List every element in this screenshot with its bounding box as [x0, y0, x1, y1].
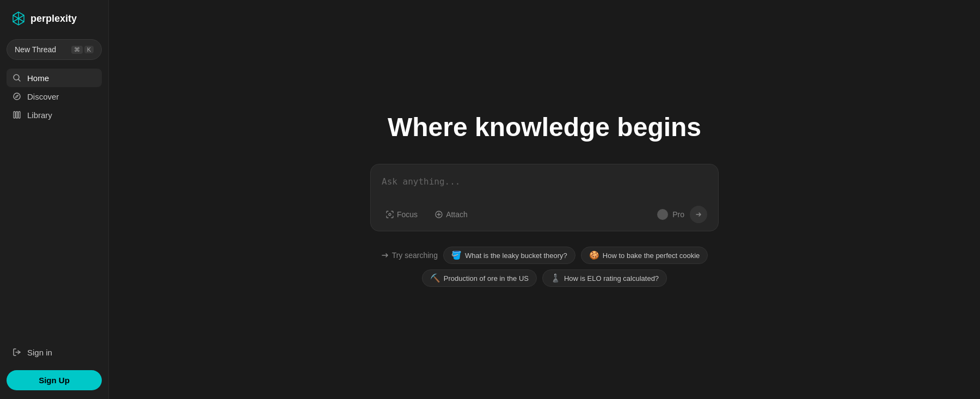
chip-text-0: What is the leaky bucket theory? [465, 251, 567, 260]
sidebar: perplexity New Thread ⌘ K Home [0, 0, 109, 399]
sidebar-item-home[interactable]: Home [7, 69, 102, 87]
search-toolbar: Focus Attach Pro [382, 206, 707, 223]
chip-emoji-1: 🍪 [589, 250, 599, 260]
svg-rect-2 [14, 112, 15, 118]
attach-label: Attach [446, 210, 468, 219]
main-content: Where knowledge begins Focus At [109, 0, 980, 399]
logo-text: perplexity [30, 13, 77, 24]
suggestions: Try searching 🪣 What is the leaky bucket… [381, 247, 708, 287]
chip-text-2: Production of ore in the US [444, 274, 529, 283]
perplexity-logo-icon [11, 11, 26, 26]
chip-text-1: How to bake the perfect cookie [603, 251, 700, 260]
focus-button[interactable]: Focus [382, 208, 422, 221]
sidebar-item-discover-label: Discover [27, 92, 59, 101]
attach-button[interactable]: Attach [431, 208, 472, 221]
chip-text-3: How is ELO rating calculated? [564, 274, 659, 283]
try-searching-icon [381, 251, 389, 259]
try-searching-text: Try searching [392, 251, 438, 260]
try-searching-label: Try searching [381, 251, 438, 260]
chip-emoji-2: ⛏️ [430, 273, 440, 283]
suggestion-chip-1[interactable]: 🍪 How to bake the perfect cookie [581, 247, 708, 264]
sidebar-item-home-label: Home [27, 73, 49, 83]
chip-emoji-0: 🪣 [451, 250, 462, 260]
new-thread-button[interactable]: New Thread ⌘ K [7, 39, 102, 60]
sidebar-nav: Home Discover Library [7, 69, 102, 124]
signup-button[interactable]: Sign Up [7, 370, 102, 390]
new-thread-label: New Thread [15, 45, 56, 54]
sign-in-icon [12, 347, 22, 357]
svg-point-1 [14, 93, 20, 100]
chip-emoji-3: ♟️ [550, 273, 561, 283]
pro-toggle[interactable]: Pro [657, 209, 684, 220]
toolbar-right: Pro [657, 206, 707, 223]
attach-icon [435, 211, 443, 218]
sidebar-item-library[interactable]: Library [7, 106, 102, 124]
search-input[interactable] [382, 175, 707, 197]
library-icon [12, 110, 22, 120]
sidebar-item-library-label: Library [27, 111, 52, 120]
new-thread-shortcut: ⌘ K [71, 46, 94, 54]
sign-in-button[interactable]: Sign in [7, 343, 102, 361]
shortcut-cmd: ⌘ [71, 46, 83, 54]
svg-point-5 [389, 213, 391, 216]
suggestion-chip-3[interactable]: ♟️ How is ELO rating calculated? [542, 269, 667, 287]
toolbar-left: Focus Attach [382, 208, 472, 221]
suggestion-chip-2[interactable]: ⛏️ Production of ore in the US [422, 269, 537, 287]
search-icon [12, 73, 22, 83]
suggestion-chip-0[interactable]: 🪣 What is the leaky bucket theory? [443, 247, 575, 264]
logo: perplexity [7, 9, 102, 35]
arrow-right-icon [695, 211, 702, 218]
focus-label: Focus [397, 210, 418, 219]
pro-label: Pro [672, 210, 684, 219]
focus-icon [386, 211, 394, 218]
compass-icon [12, 91, 22, 101]
suggestions-row-1: Try searching 🪣 What is the leaky bucket… [381, 247, 708, 264]
svg-rect-3 [16, 112, 18, 118]
hero-title: Where knowledge begins [388, 112, 701, 142]
sign-in-label: Sign in [27, 348, 52, 357]
search-container: Focus Attach Pro [370, 164, 719, 231]
svg-rect-4 [19, 112, 20, 118]
suggestions-row-2: ⛏️ Production of ore in the US ♟️ How is… [422, 269, 667, 287]
shortcut-k: K [84, 46, 94, 53]
toggle-circle [657, 209, 668, 220]
submit-button[interactable] [690, 206, 707, 223]
sidebar-item-discover[interactable]: Discover [7, 87, 102, 106]
